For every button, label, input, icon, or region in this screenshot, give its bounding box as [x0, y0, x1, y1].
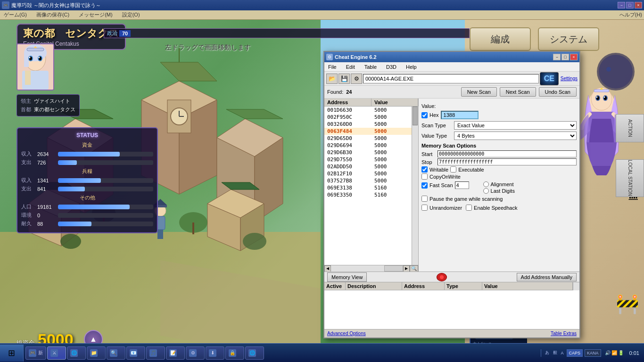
ce-menu-help[interactable]: Help	[404, 63, 419, 71]
game-close-btn[interactable]: ×	[635, 2, 642, 8]
ce-executable-checkbox[interactable]	[450, 166, 456, 173]
taskbar-item-mail[interactable]: 📧	[126, 346, 145, 360]
systray-icon2: 📶	[611, 350, 617, 355]
ce-hex-input[interactable]	[441, 111, 479, 119]
ce-copyonwrite-label: CopyOnWrite	[429, 174, 461, 180]
ce-start-label: Start	[421, 151, 436, 157]
expense-funds-row: 支出 726	[21, 159, 153, 166]
address-list-row[interactable]: 037527B8 5000	[324, 177, 412, 184]
menu-message[interactable]: メッセージ(M)	[77, 11, 115, 18]
ce-bottom-toolbar: Memory View Add Address Manually	[324, 272, 579, 282]
taskbar-item-settings[interactable]: ⚙	[186, 346, 205, 360]
ce-hscroll-right-btn[interactable]: ▶	[403, 265, 410, 272]
taskbar-item-notes[interactable]: 📝	[166, 346, 185, 360]
taskbar-item-search[interactable]: 🔍	[107, 346, 125, 360]
ce-speedhack-label: Enable Speedhack	[474, 205, 517, 211]
ce-settings-link[interactable]: Settings	[561, 76, 578, 81]
ce-valuetype-select[interactable]: 4 Bytes	[454, 132, 577, 140]
ce-hscroll-track[interactable]	[331, 265, 384, 272]
ce-alignment-radio[interactable]	[483, 181, 489, 187]
ce-minimize-btn[interactable]: －	[553, 54, 561, 60]
ce-close-btn[interactable]: ×	[570, 54, 578, 60]
ce-fastscan-input[interactable]	[455, 181, 469, 189]
address-list-row[interactable]: 003260D0 5000	[324, 121, 412, 128]
taskbar-item-game[interactable]: ⚔	[47, 346, 66, 360]
new-scan-button[interactable]: New Scan	[461, 87, 497, 97]
address-list-row[interactable]: 029D7550 5000	[324, 156, 412, 163]
ce-stop-input[interactable]	[438, 158, 577, 165]
value-cell: 5000	[372, 178, 412, 184]
ce-menu-table[interactable]: Table	[363, 63, 379, 71]
ce-saved-scrollbar[interactable]	[573, 282, 579, 290]
ce-address-scrollbar[interactable]	[412, 107, 418, 265]
address-list-row[interactable]: 001D6630 5000	[324, 107, 412, 114]
ce-pause-checkbox[interactable]	[421, 196, 428, 202]
ce-stop-area	[367, 273, 516, 281]
menu-settings[interactable]: 設定(O)	[120, 11, 142, 18]
menu-help[interactable]: へルプ(H)	[619, 11, 642, 18]
svg-marker-21	[222, 182, 259, 189]
ce-advanced-options-link[interactable]: Advanced Options	[327, 331, 366, 336]
ce-writable-checkbox[interactable]	[421, 166, 428, 173]
game-minimize-btn[interactable]: －	[618, 2, 625, 8]
ce-lastdigits-radio[interactable]	[483, 188, 489, 194]
ce-saved-list[interactable]	[324, 290, 579, 319]
ce-settings-btn[interactable]: ⚙	[351, 74, 362, 84]
income-troops-row: 収入 1341	[21, 177, 153, 184]
menu-game[interactable]: ゲーム(G)	[2, 11, 29, 18]
henshu-button[interactable]: 編成	[470, 27, 531, 51]
ce-alignment-row: Alignment	[483, 181, 515, 187]
ce-unrandomizer-checkbox[interactable]	[421, 205, 428, 211]
ce-scantype-select[interactable]: Exact Value	[454, 121, 577, 130]
address-list-row[interactable]: 029D6694 5000	[324, 142, 412, 149]
taskbar-item-download[interactable]: ⬇	[206, 346, 224, 360]
ce-hex-checkbox[interactable]	[421, 112, 428, 118]
troops-section-title: 兵糧	[21, 168, 153, 175]
taskbar-item-lock[interactable]: 🔒	[225, 346, 244, 360]
ce-menu-d3d[interactable]: D3D	[384, 63, 398, 71]
ce-process-bar[interactable]: 00000A14-AGE.EXE	[363, 74, 539, 83]
address-list-row[interactable]: 02B12F10 5000	[324, 170, 412, 177]
dur-value: 88	[37, 221, 56, 227]
address-list-row[interactable]: 002F950C 5000	[324, 114, 412, 121]
menu-image-save[interactable]: 画像の保存(C)	[34, 11, 71, 18]
ce-copyonwrite-checkbox[interactable]	[421, 173, 428, 180]
ce-stop-button[interactable]	[437, 273, 447, 281]
game-maximize-btn[interactable]: □	[626, 2, 634, 8]
address-list-row[interactable]: 0063F484 5000	[324, 128, 412, 135]
address-list-row[interactable]: 029D65D0 5000	[324, 135, 412, 142]
ce-hscroll-filter-btn[interactable]: 🔍	[410, 265, 418, 272]
ce-fastscan-checkbox[interactable]	[421, 182, 428, 189]
ce-table-extras-link[interactable]: Table Extras	[551, 331, 577, 336]
taskbar-item-new[interactable]: 🎮 新	[25, 346, 46, 360]
address-list-row[interactable]: 069E3350 5160	[324, 191, 412, 198]
start-button[interactable]: ⊞	[0, 345, 24, 362]
ce-speedhack-checkbox[interactable]	[466, 205, 472, 211]
add-address-button[interactable]: Add Address Manually	[517, 273, 577, 281]
ce-open-btn[interactable]: 📂	[326, 74, 338, 84]
ce-hscroll-left-btn[interactable]: ◀	[324, 265, 331, 272]
expense-troops-row: 支出 841	[21, 185, 153, 192]
taskbar-media-icon: 🎵	[149, 349, 157, 357]
taskbar-item-folder[interactable]: 📁	[87, 346, 106, 360]
next-scan-button[interactable]: Next Scan	[500, 87, 536, 97]
undo-scan-button[interactable]: Undo Scan	[539, 87, 577, 97]
ce-save-btn[interactable]: 💾	[339, 74, 350, 84]
ce-menu-file[interactable]: File	[326, 63, 339, 71]
ce-address-list[interactable]: 001D6630 5000 002F950C 5000 003260D0 500…	[324, 107, 412, 265]
ce-found-count: 24	[346, 89, 352, 95]
address-list-row[interactable]: 029D6B30 5000	[324, 149, 412, 156]
taskbar-item-media[interactable]: 🎵	[146, 346, 165, 360]
ce-icon: ⚙	[326, 54, 333, 60]
address-list-row[interactable]: 02ADDD50 5000	[324, 163, 412, 170]
taskbar-item-browser[interactable]: 🌐	[67, 346, 86, 360]
address-list-row[interactable]: 069E3138 5160	[324, 184, 412, 191]
ce-start-input[interactable]	[438, 150, 577, 157]
ce-maximize-btn[interactable]: □	[561, 54, 569, 60]
system-button[interactable]: システム	[538, 27, 599, 51]
memory-view-button[interactable]: Memory View	[327, 272, 367, 282]
svg-marker-3	[179, 100, 217, 194]
taskbar-item-network[interactable]: 🌐	[245, 346, 264, 360]
game-window: 🎮 魔導巧殻 ～闇の月女神は導国で詠う～ － □ × ゲーム(G) 画像の保存(…	[0, 0, 644, 362]
ce-menu-edit[interactable]: Edit	[344, 63, 357, 71]
